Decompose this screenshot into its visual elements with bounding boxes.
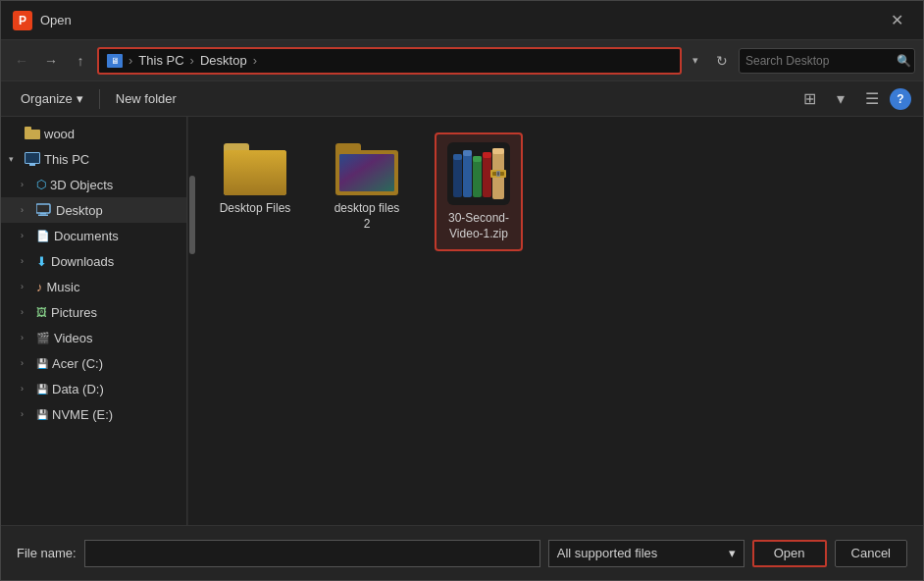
svg-rect-19 [473, 156, 482, 197]
cancel-button[interactable]: Cancel [835, 540, 907, 567]
toolbar-separator [99, 89, 100, 109]
svg-rect-21 [483, 152, 491, 197]
view-grid-icon: ⊞ [803, 89, 816, 108]
open-dialog: P Open ✕ ← → ↑ 🖥 › This PC › Desktop › ▾… [0, 0, 924, 581]
sidebar-item-documents[interactable]: › 📄 Documents [1, 223, 186, 248]
chevron-desktop: › [21, 205, 32, 215]
main-content: wood ▾ This PC › ⬡ 3D Objects › [1, 117, 923, 525]
sidebar-item-data-d[interactable]: › 💾 Data (D:) [1, 376, 186, 401]
sidebar-label-acer: Acer (C:) [52, 356, 103, 371]
help-button[interactable]: ? [890, 88, 911, 110]
path-this-pc: This PC [138, 53, 183, 68]
path-separator-1: › [128, 53, 132, 68]
toolbar-right: ⊞ ▾ ☰ ? [796, 85, 911, 113]
address-dropdown[interactable]: ▾ [686, 48, 705, 74]
videos-icon: 🎬 [36, 332, 50, 344]
close-button[interactable]: ✕ [882, 6, 911, 35]
sidebar: wood ▾ This PC › ⬡ 3D Objects › [1, 117, 187, 525]
path-separator-2: › [190, 53, 194, 68]
path-desktop: Desktop [200, 53, 247, 68]
sidebar-item-nvme-e[interactable]: › 💾 NVME (E:) [1, 401, 186, 427]
scrollbar-thumb [189, 176, 195, 254]
organize-button[interactable]: Organize ▾ [13, 87, 91, 110]
search-icon: 🔍 [897, 54, 911, 68]
filetype-label: All supported files [557, 546, 658, 560]
drive-c-icon: 💾 [36, 358, 48, 369]
svg-rect-9 [224, 150, 286, 195]
new-folder-label: New folder [116, 91, 177, 106]
sidebar-label-videos: Videos [54, 331, 93, 345]
toolbar: Organize ▾ New folder ⊞ ▾ ☰ ? [1, 81, 923, 117]
sidebar-item-this-pc[interactable]: ▾ This PC [1, 146, 186, 172]
file-item-desktop-files-2[interactable]: desktop files 2 [323, 132, 411, 239]
address-path[interactable]: 🖥 › This PC › Desktop › [97, 47, 682, 75]
sidebar-label-desktop: Desktop [56, 203, 103, 218]
file-area: Desktop Files d [195, 117, 923, 525]
sidebar-item-pictures[interactable]: › 🖼 Pictures [1, 299, 186, 325]
sidebar-item-videos[interactable]: › 🎬 Videos [1, 325, 186, 350]
svg-text:P: P [19, 14, 26, 27]
new-folder-button[interactable]: New folder [108, 87, 184, 110]
view-dropdown-icon: ▾ [837, 89, 845, 108]
view-dropdown-button[interactable]: ▾ [827, 85, 854, 113]
winrar-icon [447, 142, 510, 205]
sidebar-label-documents: Documents [54, 229, 119, 243]
organize-chevron: ▾ [77, 91, 83, 106]
svg-rect-28 [497, 172, 499, 176]
open-button[interactable]: Open [752, 540, 827, 567]
up-button[interactable]: ↑ [68, 48, 93, 74]
pictures-icon: 🖼 [36, 306, 47, 318]
chevron-data: › [21, 384, 32, 394]
folder-icon-wood [25, 126, 40, 142]
svg-rect-13 [339, 154, 394, 191]
svg-rect-16 [453, 154, 462, 160]
sidebar-item-wood[interactable]: wood [1, 121, 186, 146]
forward-button[interactable]: → [38, 48, 64, 74]
filename-label: File name: [17, 546, 77, 560]
chevron-3d: › [21, 180, 32, 189]
chevron-docs: › [21, 231, 32, 240]
filename-input[interactable] [84, 540, 540, 567]
chevron-music: › [21, 282, 32, 291]
sidebar-label-downloads: Downloads [51, 254, 114, 269]
path-separator-3: › [253, 53, 257, 68]
view-grid-button[interactable]: ⊞ [796, 85, 823, 113]
sidebar-label-pictures: Pictures [51, 305, 97, 320]
sidebar-label-data: Data (D:) [52, 382, 104, 396]
filetype-dropdown[interactable]: All supported files ▾ [548, 540, 744, 567]
chevron-pictures: › [21, 307, 32, 317]
svg-rect-20 [473, 156, 482, 162]
title-bar: P Open ✕ [1, 1, 923, 40]
sidebar-label-wood: wood [44, 127, 75, 141]
docs-icon: 📄 [36, 230, 50, 242]
chevron-this-pc: ▾ [9, 154, 21, 164]
back-button[interactable]: ← [9, 48, 34, 74]
dialog-title: Open [40, 13, 882, 27]
svg-rect-24 [492, 148, 504, 154]
drive-d-icon: 💾 [36, 384, 48, 395]
file-item-desktop-files[interactable]: Desktop Files [211, 132, 299, 225]
sidebar-scrollbar[interactable] [187, 117, 195, 525]
address-bar: ← → ↑ 🖥 › This PC › Desktop › ▾ ↻ 🔍 [1, 40, 923, 81]
sidebar-item-downloads[interactable]: › ⬇ Downloads [1, 248, 186, 274]
search-box: 🔍 [739, 48, 915, 74]
sidebar-item-3d-objects[interactable]: › ⬡ 3D Objects [1, 172, 186, 197]
file-label-desktop-files: Desktop Files [220, 201, 291, 217]
search-input[interactable] [745, 54, 893, 68]
view-list-button[interactable]: ☰ [858, 85, 886, 113]
sidebar-item-desktop[interactable]: › Desktop [1, 197, 186, 223]
file-item-zip[interactable]: 30-Second-Video-1.zip [435, 132, 523, 251]
chevron-videos: › [21, 333, 32, 343]
sidebar-label-music: Music [47, 280, 80, 294]
svg-rect-22 [483, 152, 491, 158]
svg-rect-4 [36, 204, 50, 213]
sidebar-item-music[interactable]: › ♪ Music [1, 274, 186, 299]
folder-plain-icon [224, 140, 286, 195]
refresh-button[interactable]: ↻ [709, 48, 735, 74]
bottom-bar: File name: All supported files ▾ Open Ca… [1, 525, 923, 580]
sidebar-label-nvme: NVME (E:) [52, 407, 113, 422]
file-label-desktop-files-2: desktop files 2 [331, 201, 403, 232]
svg-rect-18 [463, 150, 472, 156]
sidebar-item-acer-c[interactable]: › 💾 Acer (C:) [1, 350, 186, 376]
pc-icon [25, 152, 40, 167]
